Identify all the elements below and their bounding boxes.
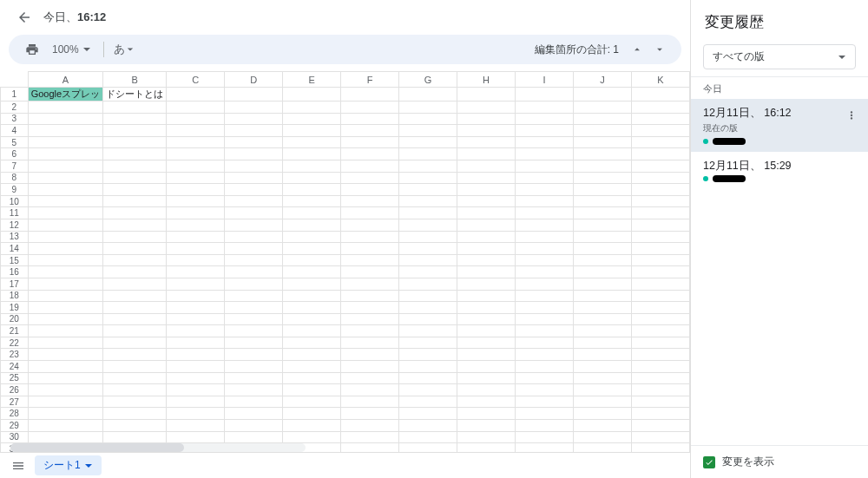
cell[interactable] bbox=[103, 195, 167, 207]
cell[interactable] bbox=[516, 420, 574, 432]
cell[interactable] bbox=[573, 254, 631, 266]
cell[interactable] bbox=[457, 290, 516, 302]
cell[interactable] bbox=[167, 231, 225, 243]
cell[interactable] bbox=[457, 88, 516, 101]
cell[interactable] bbox=[28, 219, 102, 231]
cell[interactable] bbox=[516, 195, 574, 207]
cell[interactable] bbox=[167, 384, 225, 396]
cell[interactable] bbox=[573, 431, 631, 443]
cell[interactable] bbox=[225, 125, 283, 137]
cell[interactable] bbox=[225, 290, 283, 302]
cell[interactable] bbox=[457, 313, 516, 325]
cell[interactable] bbox=[573, 184, 631, 196]
row-header[interactable]: 7 bbox=[1, 160, 29, 172]
cell[interactable] bbox=[631, 136, 689, 148]
cell[interactable] bbox=[573, 290, 631, 302]
cell[interactable] bbox=[399, 349, 457, 361]
cell[interactable] bbox=[167, 290, 225, 302]
prev-edit-button[interactable] bbox=[628, 40, 647, 59]
cell[interactable] bbox=[399, 384, 457, 396]
cell[interactable] bbox=[167, 219, 225, 231]
cell[interactable] bbox=[28, 337, 102, 349]
cell[interactable] bbox=[28, 278, 102, 290]
cell[interactable] bbox=[399, 125, 457, 137]
cell[interactable] bbox=[341, 313, 399, 325]
cell[interactable] bbox=[28, 302, 102, 314]
cell[interactable] bbox=[457, 231, 516, 243]
cell[interactable] bbox=[573, 302, 631, 314]
cell[interactable] bbox=[225, 325, 283, 337]
cell[interactable] bbox=[631, 313, 689, 325]
cell[interactable] bbox=[341, 160, 399, 172]
cell[interactable] bbox=[167, 372, 225, 384]
cell[interactable] bbox=[341, 113, 399, 125]
cell[interactable] bbox=[225, 384, 283, 396]
cell[interactable] bbox=[341, 361, 399, 373]
row-header[interactable]: 16 bbox=[1, 266, 29, 278]
cell[interactable] bbox=[631, 243, 689, 255]
cell[interactable] bbox=[457, 278, 516, 290]
cell[interactable] bbox=[399, 231, 457, 243]
cell[interactable] bbox=[341, 396, 399, 408]
cell[interactable] bbox=[283, 396, 341, 408]
cell[interactable] bbox=[631, 266, 689, 278]
cell[interactable] bbox=[399, 278, 457, 290]
cell[interactable] bbox=[399, 431, 457, 443]
cell[interactable] bbox=[341, 372, 399, 384]
cell[interactable] bbox=[457, 372, 516, 384]
cell[interactable] bbox=[631, 325, 689, 337]
cell[interactable] bbox=[28, 408, 102, 420]
cell[interactable] bbox=[631, 160, 689, 172]
cell[interactable] bbox=[457, 207, 516, 219]
horizontal-scrollbar[interactable] bbox=[10, 443, 306, 452]
cell[interactable] bbox=[167, 88, 225, 101]
cell[interactable] bbox=[167, 431, 225, 443]
cell[interactable] bbox=[399, 443, 457, 452]
cell[interactable] bbox=[225, 313, 283, 325]
cell[interactable] bbox=[399, 408, 457, 420]
cell[interactable] bbox=[573, 101, 631, 114]
cell[interactable] bbox=[457, 443, 516, 452]
cell[interactable] bbox=[399, 290, 457, 302]
cell[interactable] bbox=[103, 372, 167, 384]
next-edit-button[interactable] bbox=[650, 40, 669, 59]
row-header[interactable]: 6 bbox=[1, 148, 29, 160]
cell[interactable] bbox=[399, 148, 457, 160]
column-header[interactable]: F bbox=[341, 72, 399, 88]
cell[interactable] bbox=[283, 88, 341, 101]
cell[interactable] bbox=[103, 302, 167, 314]
cell[interactable] bbox=[516, 290, 574, 302]
cell[interactable] bbox=[399, 361, 457, 373]
cell[interactable] bbox=[516, 337, 574, 349]
cell[interactable] bbox=[573, 313, 631, 325]
cell[interactable] bbox=[516, 266, 574, 278]
cell[interactable] bbox=[167, 195, 225, 207]
cell[interactable] bbox=[631, 88, 689, 101]
row-header[interactable]: 13 bbox=[1, 231, 29, 243]
cell[interactable] bbox=[103, 231, 167, 243]
cell[interactable] bbox=[103, 148, 167, 160]
cell[interactable] bbox=[167, 207, 225, 219]
row-header[interactable]: 9 bbox=[1, 184, 29, 196]
cell[interactable] bbox=[28, 160, 102, 172]
print-icon[interactable] bbox=[21, 38, 43, 61]
cell[interactable] bbox=[516, 184, 574, 196]
row-header[interactable]: 14 bbox=[1, 243, 29, 255]
cell[interactable] bbox=[457, 384, 516, 396]
cell[interactable] bbox=[516, 302, 574, 314]
cell[interactable] bbox=[631, 101, 689, 114]
spreadsheet-grid[interactable]: ABCDEFGHIJK1Googleスプレッドシートとは234567891011… bbox=[0, 71, 690, 452]
cell[interactable] bbox=[28, 290, 102, 302]
cell[interactable] bbox=[631, 302, 689, 314]
row-header[interactable]: 28 bbox=[1, 408, 29, 420]
cell[interactable] bbox=[283, 325, 341, 337]
row-header[interactable]: 22 bbox=[1, 337, 29, 349]
cell[interactable] bbox=[103, 408, 167, 420]
cell[interactable] bbox=[631, 384, 689, 396]
cell[interactable] bbox=[341, 408, 399, 420]
cell[interactable] bbox=[516, 148, 574, 160]
cell[interactable] bbox=[28, 254, 102, 266]
cell[interactable] bbox=[516, 113, 574, 125]
cell[interactable] bbox=[283, 125, 341, 137]
cell[interactable] bbox=[399, 396, 457, 408]
